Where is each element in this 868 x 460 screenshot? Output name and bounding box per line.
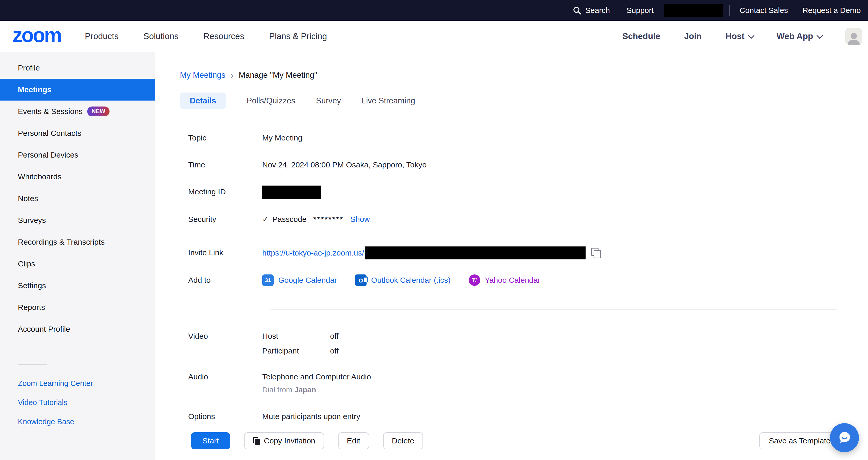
outlook-calendar-label: Outlook Calendar (.ics) [371, 274, 451, 286]
breadcrumb-current: Manage "My Meeting" [239, 70, 317, 80]
checkmark-icon: ✓ [262, 213, 269, 226]
options-label: Options [180, 410, 262, 423]
sidebar-item-label: Events & Sessions [18, 107, 83, 116]
zoom-web-portal: Search Support Contact Sales Request a D… [0, 0, 868, 460]
sidebar-item-meetings[interactable]: Meetings [0, 79, 155, 100]
sidebar-link-video-tutorials[interactable]: Video Tutorials [0, 393, 155, 412]
support-chat-button[interactable] [830, 423, 859, 452]
sidebar-item-account-profile[interactable]: Account Profile [0, 318, 155, 340]
breadcrumb-my-meetings[interactable]: My Meetings [180, 70, 225, 80]
invite-link-row: Invite Link https://u-tokyo-ac-jp.zoom.u… [180, 247, 868, 259]
passcode-label: Passcode [272, 213, 307, 226]
nav-solutions[interactable]: Solutions [144, 31, 179, 41]
dial-from-line: Dial from Japan [262, 384, 371, 396]
main-header: zoom Products Solutions Resources Plans … [0, 21, 868, 52]
nav-products[interactable]: Products [85, 31, 119, 41]
tab-polls-quizzes[interactable]: Polls/Quizzes [247, 92, 296, 109]
schedule-link[interactable]: Schedule [622, 31, 660, 41]
webapp-menu[interactable]: Web App [777, 31, 822, 41]
meeting-details: Topic My Meeting Time Nov 24, 2024 08:00… [180, 132, 868, 425]
invite-link-label: Invite Link [180, 247, 262, 259]
zoom-logo[interactable]: zoom [12, 25, 61, 48]
tab-live-streaming[interactable]: Live Streaming [362, 92, 415, 109]
invite-url[interactable]: https://u-tokyo-ac-jp.zoom.us/ [262, 247, 364, 259]
tab-bar: Details Polls/Quizzes Survey Live Stream… [180, 92, 868, 109]
sidebar-item-profile[interactable]: Profile [0, 57, 155, 79]
copy-link-icon[interactable] [591, 248, 600, 258]
audio-label: Audio [180, 371, 262, 383]
audio-value: Telephone and Computer Audio Dial from J… [262, 371, 371, 396]
webapp-label: Web App [777, 31, 813, 41]
person-icon [846, 31, 861, 45]
sidebar-item-notes[interactable]: Notes [0, 188, 155, 209]
outlook-calendar-icon: o [355, 275, 367, 286]
video-host-subrow: Host off [262, 330, 339, 342]
search-button[interactable]: Search [572, 6, 610, 15]
edit-button[interactable]: Edit [338, 432, 369, 449]
audio-row: Audio Telephone and Computer Audio Dial … [180, 371, 868, 396]
section-divider [271, 310, 837, 310]
options-value: Mute participants upon entry [262, 410, 360, 423]
outlook-calendar-link[interactable]: o Outlook Calendar (.ics) [355, 274, 451, 286]
sidebar-item-events-sessions[interactable]: Events & Sessions NEW [0, 100, 155, 122]
tab-survey[interactable]: Survey [316, 92, 341, 109]
nav-resources[interactable]: Resources [204, 31, 244, 41]
host-sub-label: Host [262, 330, 330, 342]
sidebar: Profile Meetings Events & Sessions NEW P… [0, 52, 155, 460]
time-value: Nov 24, 2024 08:00 PM Osaka, Sapporo, To… [262, 159, 427, 171]
sidebar-item-personal-contacts[interactable]: Personal Contacts [0, 122, 155, 144]
main-content: My Meetings › Manage "My Meeting" Detail… [155, 52, 868, 460]
topic-label: Topic [180, 132, 262, 144]
sidebar-link-knowledge-base[interactable]: Knowledge Base [0, 412, 155, 431]
breadcrumb: My Meetings › Manage "My Meeting" [180, 70, 868, 80]
new-badge: NEW [87, 107, 110, 116]
topbar-divider [729, 5, 730, 16]
time-label: Time [180, 159, 262, 171]
support-link[interactable]: Support [626, 6, 654, 15]
time-row: Time Nov 24, 2024 08:00 PM Osaka, Sappor… [180, 159, 868, 171]
sidebar-item-reports[interactable]: Reports [0, 296, 155, 318]
chat-bubble-icon [836, 429, 853, 446]
sidebar-item-settings[interactable]: Settings [0, 275, 155, 296]
search-label: Search [585, 6, 610, 15]
details-bottom-border [188, 425, 837, 425]
delete-button[interactable]: Delete [383, 432, 423, 449]
sidebar-item-surveys[interactable]: Surveys [0, 209, 155, 231]
google-calendar-link[interactable]: 31 Google Calendar [262, 274, 337, 286]
meeting-id-row: Meeting ID [180, 185, 868, 199]
save-as-template-button[interactable]: Save as Template [759, 432, 840, 449]
dial-from-prefix: Dial from [262, 385, 294, 394]
video-label: Video [180, 330, 262, 342]
video-participant-subrow: Participant off [262, 345, 339, 357]
nav-plans-pricing[interactable]: Plans & Pricing [269, 31, 327, 41]
tab-details[interactable]: Details [180, 92, 226, 109]
join-link[interactable]: Join [684, 31, 702, 41]
chevron-down-icon [748, 32, 754, 38]
sidebar-link-learning-center[interactable]: Zoom Learning Center [0, 374, 155, 393]
google-calendar-icon: 31 [262, 275, 274, 286]
start-button[interactable]: Start [191, 432, 230, 449]
yahoo-calendar-label: Yahoo Calendar [485, 274, 540, 286]
sidebar-item-personal-devices[interactable]: Personal Devices [0, 144, 155, 166]
sidebar-item-clips[interactable]: Clips [0, 253, 155, 275]
host-menu[interactable]: Host [725, 31, 753, 41]
google-calendar-label: Google Calendar [278, 274, 337, 286]
yahoo-calendar-link[interactable]: Y! Yahoo Calendar [469, 274, 540, 286]
request-demo-link[interactable]: Request a Demo [803, 6, 861, 15]
options-row: Options Mute participants upon entry [180, 410, 868, 423]
main-nav: Products Solutions Resources Plans & Pri… [85, 31, 327, 41]
chevron-down-icon [816, 32, 823, 38]
sidebar-item-whiteboards[interactable]: Whiteboards [0, 166, 155, 188]
redacted-account-text [664, 4, 723, 17]
show-passcode-link[interactable]: Show [350, 213, 370, 226]
yahoo-calendar-icon: Y! [469, 275, 480, 286]
contact-sales-link[interactable]: Contact Sales [740, 6, 788, 15]
avatar[interactable] [845, 28, 862, 45]
sidebar-item-recordings-transcripts[interactable]: Recordings & Transcripts [0, 231, 155, 253]
schedule-label: Schedule [622, 31, 660, 41]
copy-icon [253, 437, 260, 445]
action-bar: Start Copy Invitation Edit Delete [191, 432, 423, 449]
copy-invitation-button[interactable]: Copy Invitation [244, 432, 324, 449]
security-row: Security ✓ Passcode ******** Show [180, 213, 868, 226]
breadcrumb-separator: › [231, 70, 234, 80]
